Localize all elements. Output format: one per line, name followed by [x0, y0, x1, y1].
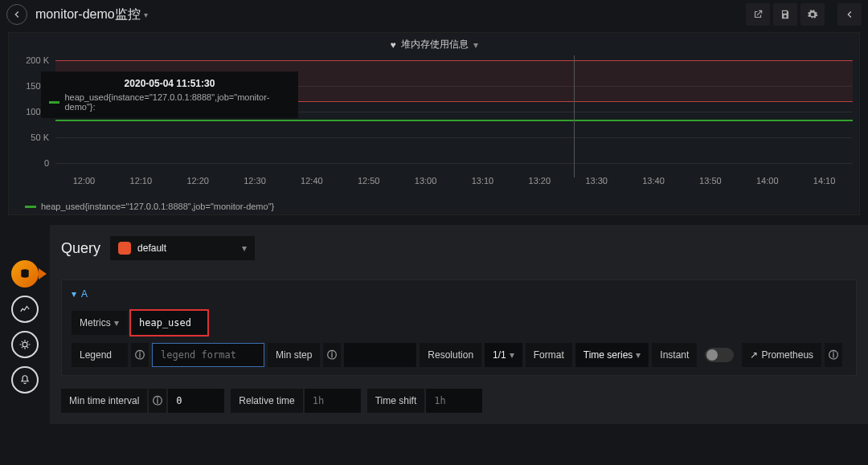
chevron-down-icon: ▾ — [114, 317, 119, 328]
series-swatch — [25, 206, 36, 208]
panel-title-text: 堆内存使用信息 — [401, 38, 469, 51]
label-format: Format — [526, 343, 572, 367]
query-row-letter: A — [81, 288, 88, 300]
info-icon[interactable]: ⓘ — [825, 343, 842, 367]
x-tick: 13:00 — [397, 176, 454, 190]
label-min-step: Min step — [268, 343, 320, 367]
chevron-down-icon: ▾ — [72, 288, 76, 300]
collapse-sidebar-button[interactable] — [837, 3, 862, 26]
settings-button[interactable] — [800, 3, 825, 26]
chevron-down-icon: ▾ — [144, 10, 148, 19]
label-legend: Legend — [72, 343, 128, 367]
legend-input[interactable] — [152, 343, 264, 367]
relative-time-input[interactable] — [305, 389, 361, 413]
info-icon[interactable]: ⓘ — [149, 389, 166, 413]
prometheus-link[interactable]: ↗ Prometheus — [742, 343, 821, 367]
database-icon — [19, 268, 31, 279]
svg-point-1 — [23, 342, 27, 347]
x-tick: 13:10 — [454, 176, 511, 190]
chart[interactable]: 200 K 150 K 100 K 50 K 0 12:00 12:10 12:… — [23, 55, 853, 190]
panel-legend[interactable]: heap_used{instance="127.0.0.1:8888",job=… — [25, 202, 274, 211]
label-instant: Instant — [652, 343, 697, 367]
format-select[interactable]: Time series ▾ — [575, 343, 649, 367]
x-axis: 12:00 12:10 12:20 12:30 12:40 12:50 13:0… — [55, 176, 853, 190]
crosshair — [574, 55, 575, 177]
back-button[interactable] — [6, 4, 27, 25]
x-tick: 12:50 — [340, 176, 397, 190]
label-resolution: Resolution — [420, 343, 481, 367]
gridline — [55, 163, 853, 164]
query-row: ▾ A Metrics ▾ Legend ⓘ — [61, 279, 857, 376]
tooltip-time: 2020-05-04 11:51:30 — [49, 78, 290, 89]
datasource-value: default — [137, 243, 166, 254]
tab-queries[interactable] — [11, 260, 39, 288]
y-tick: 0 — [44, 158, 49, 168]
heart-icon: ♥ — [390, 39, 395, 51]
datasource-select[interactable]: default ▾ — [110, 236, 255, 260]
metrics-input[interactable] — [131, 311, 207, 335]
external-link-icon: ↗ — [750, 349, 758, 361]
query-editor: Query default ▾ ▾ A Metrics ▾ — [50, 225, 868, 424]
chart-icon — [19, 304, 31, 315]
query-row-toggle[interactable]: ▾ A — [72, 288, 846, 300]
dashboard-title-dropdown[interactable]: monitor-demo监控 ▾ — [35, 6, 148, 23]
x-tick: 12:40 — [283, 176, 340, 190]
chevron-down-icon: ▾ — [510, 349, 514, 361]
series-line — [55, 120, 853, 121]
x-tick: 12:10 — [113, 176, 170, 190]
x-tick: 13:50 — [682, 176, 739, 190]
share-button[interactable] — [746, 3, 770, 26]
resolution-select[interactable]: 1/1 ▾ — [485, 343, 522, 367]
editor-side-tabs — [0, 225, 50, 424]
bell-icon — [19, 374, 31, 385]
y-tick: 50 K — [31, 133, 49, 142]
query-options-row: Min time interval ⓘ Relative time Time s… — [61, 389, 857, 413]
toolbar-right — [746, 3, 862, 26]
save-icon — [780, 9, 791, 20]
instant-toggle-wrap — [700, 343, 739, 367]
x-tick: 12:30 — [227, 176, 284, 190]
x-tick: 13:20 — [511, 176, 568, 190]
prometheus-logo-icon — [118, 242, 131, 255]
label-metrics[interactable]: Metrics ▾ — [72, 311, 128, 335]
tab-general[interactable] — [11, 331, 39, 358]
panel-title[interactable]: ♥ 堆内存使用信息 ▾ — [9, 33, 859, 51]
label-min-time-interval: Min time interval — [61, 389, 147, 413]
y-tick: 200 K — [26, 55, 49, 65]
chevron-left-icon — [844, 9, 855, 20]
tab-alert[interactable] — [11, 366, 39, 394]
min-step-input[interactable] — [344, 343, 416, 367]
chevron-down-icon: ▾ — [242, 243, 247, 254]
x-tick: 12:00 — [55, 176, 113, 190]
min-time-interval-input[interactable] — [168, 389, 224, 413]
label-relative-time: Relative time — [231, 389, 302, 413]
x-tick: 14:00 — [739, 176, 796, 190]
info-icon[interactable]: ⓘ — [323, 343, 341, 367]
tab-visualization[interactable] — [11, 296, 39, 323]
x-tick: 13:30 — [568, 176, 625, 190]
instant-toggle[interactable] — [705, 348, 734, 362]
label-time-shift: Time shift — [367, 389, 425, 413]
arrow-left-icon — [11, 9, 23, 20]
gridline — [55, 137, 853, 138]
chevron-down-icon: ▾ — [636, 349, 641, 361]
bug-icon — [19, 339, 31, 350]
info-icon[interactable]: ⓘ — [131, 343, 149, 367]
chevron-down-icon: ▾ — [473, 39, 478, 51]
series-swatch — [49, 101, 59, 104]
tooltip-series: heap_used{instance="127.0.0.1:8888",job=… — [64, 92, 290, 112]
graph-panel[interactable]: ♥ 堆内存使用信息 ▾ 200 K 150 K 100 K 50 K 0 — [8, 32, 860, 215]
x-tick: 13:40 — [625, 176, 682, 190]
x-tick: 14:10 — [796, 176, 853, 190]
dashboard-title: monitor-demo监控 — [35, 6, 141, 23]
chart-tooltip: 2020-05-04 11:51:30 heap_used{instance="… — [41, 71, 298, 118]
query-section-title: Query — [61, 240, 100, 257]
save-button[interactable] — [773, 3, 797, 26]
x-tick: 12:20 — [170, 176, 227, 190]
legend-text: heap_used{instance="127.0.0.1:8888",job=… — [41, 202, 274, 211]
gear-icon — [807, 9, 818, 20]
share-icon — [752, 9, 764, 20]
time-shift-input[interactable] — [426, 389, 482, 413]
